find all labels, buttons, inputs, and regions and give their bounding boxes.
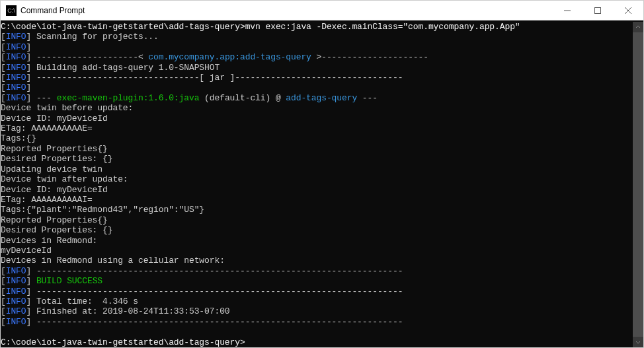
output-line	[1, 327, 633, 337]
output-line: Tags:{"plant":"Redmond43","region":"US"}	[1, 205, 633, 215]
scroll-thumb[interactable]	[633, 32, 643, 337]
minimize-icon	[564, 7, 571, 14]
terminal-content: C:\code\iot-java-twin-getstarted\add-tag…	[1, 22, 633, 347]
log-line: [INFO] --------------------------------[…	[1, 73, 633, 83]
close-icon	[625, 7, 631, 14]
output-line: Devices in Redmond using a cellular netw…	[1, 256, 633, 265]
output-line: Reported Properties{}	[1, 215, 633, 225]
close-button[interactable]	[613, 1, 643, 20]
prompt-line: C:\code\iot-java-twin-getstarted\add-tag…	[1, 337, 633, 347]
log-line: [INFO] ---------------------------------…	[1, 317, 633, 327]
output-line: Updating device twin	[1, 164, 633, 174]
log-line: [INFO] --------------------< com.mycompa…	[1, 52, 633, 62]
maximize-button[interactable]	[583, 1, 613, 20]
log-line: [INFO]	[1, 83, 633, 92]
prompt-line: C:\code\iot-java-twin-getstarted\add-tag…	[1, 22, 633, 32]
log-line: [INFO] ---------------------------------…	[1, 287, 633, 296]
log-line: [INFO] Building add-tags-query 1.0-SNAPS…	[1, 63, 633, 73]
minimize-button[interactable]	[552, 1, 583, 20]
output-line: Device twin after update:	[1, 174, 633, 184]
output-line: ETag: AAAAAAAAAAE=	[1, 123, 633, 133]
output-line: Tags:{}	[1, 133, 633, 143]
scroll-down-button[interactable]	[633, 337, 643, 347]
scroll-track[interactable]	[633, 32, 643, 337]
output-line: Devices in Redmond:	[1, 236, 633, 246]
log-line: [INFO] Scanning for projects...	[1, 32, 633, 42]
terminal[interactable]: C:\code\iot-java-twin-getstarted\add-tag…	[1, 20, 643, 347]
window-controls	[552, 1, 643, 20]
chevron-down-icon	[635, 339, 641, 345]
output-line: myDeviceId	[1, 246, 633, 256]
log-line: [INFO] --- exec-maven-plugin:1.6.0:java …	[1, 93, 633, 103]
log-line: [INFO] ---------------------------------…	[1, 266, 633, 276]
scroll-up-button[interactable]	[633, 22, 643, 32]
cmd-icon: C:\	[6, 5, 17, 16]
window-title: Command Prompt	[20, 6, 552, 15]
chevron-up-icon	[635, 24, 641, 30]
log-line: [INFO] Finished at: 2019-08-24T11:33:53-…	[1, 306, 633, 316]
output-line: Reported Properties{}	[1, 144, 633, 154]
titlebar[interactable]: C:\ Command Prompt	[1, 1, 643, 20]
log-line: [INFO]	[1, 42, 633, 52]
scrollbar[interactable]	[633, 22, 643, 347]
output-line: Device ID: myDeviceId	[1, 185, 633, 195]
log-line: [INFO] Total time: 4.346 s	[1, 296, 633, 306]
output-line: Desired Properties: {}	[1, 154, 633, 164]
output-line: Device ID: myDeviceId	[1, 114, 633, 123]
output-line: ETag: AAAAAAAAAAI=	[1, 195, 633, 205]
maximize-icon	[594, 7, 601, 14]
output-line: Desired Properties: {}	[1, 225, 633, 235]
output-line: Device twin before update:	[1, 103, 633, 113]
svg-rect-1	[595, 7, 601, 13]
window: C:\ Command Prompt C:\code\iot-java-twin…	[0, 0, 644, 348]
log-line: [INFO] BUILD SUCCESS	[1, 276, 633, 286]
